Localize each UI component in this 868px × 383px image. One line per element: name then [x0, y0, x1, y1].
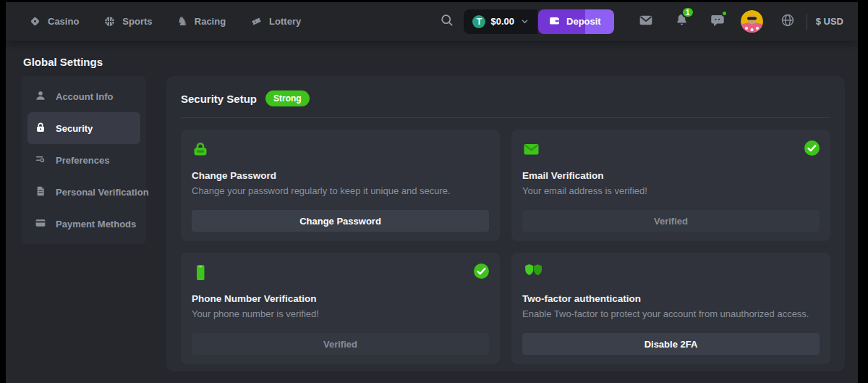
- security-panel: Security Setup Strong Change Password Ch…: [166, 76, 845, 371]
- sidebar-item-label: Payment Methods: [56, 219, 136, 230]
- card-email-verification: Email Verification Your email address is…: [511, 130, 830, 241]
- globe-icon: [780, 13, 795, 30]
- card-title: Two-factor authentication: [522, 293, 820, 304]
- sidebar-item-personal-verification[interactable]: Personal Verification: [27, 176, 140, 208]
- primary-nav: Casino Sports ♞ Racing Lottery: [29, 15, 301, 28]
- card-top: [192, 264, 489, 284]
- tether-icon: T: [472, 15, 485, 28]
- sidebar-item-security[interactable]: Security: [27, 112, 140, 144]
- balance-dropdown[interactable]: T $0.00: [464, 9, 537, 34]
- nav-item-casino[interactable]: Casino: [29, 15, 79, 28]
- casino-icon: [29, 15, 41, 28]
- card-title: Change Password: [192, 170, 489, 181]
- header-divider: [181, 117, 830, 118]
- envelope-icon: [522, 140, 540, 161]
- lottery-icon: [250, 15, 263, 28]
- chevron-down-icon: [521, 17, 529, 25]
- card-title: Email Verification: [522, 170, 820, 181]
- wallet-controls: T $0.00 Deposit: [464, 9, 613, 34]
- card-change-password: Change Password Change your password reg…: [181, 130, 500, 241]
- sidebar-item-label: Preferences: [56, 155, 109, 166]
- search-button[interactable]: [440, 13, 454, 30]
- nav-label: Racing: [195, 16, 226, 27]
- card-two-factor: Two-factor authentication Enable Two-fac…: [511, 253, 830, 364]
- card-top: [522, 140, 820, 161]
- nav-item-racing[interactable]: ♞ Racing: [177, 15, 226, 28]
- card-description: Your email address is verified!: [522, 185, 820, 196]
- notification-count-badge: 1: [681, 7, 694, 18]
- navbar-divider: [807, 14, 807, 30]
- sidebar-item-label: Personal Verification: [56, 187, 149, 198]
- page-title: Global Settings: [23, 56, 103, 68]
- app-window: Casino Sports ♞ Racing Lottery: [6, 2, 858, 383]
- nav-item-lottery[interactable]: Lottery: [250, 15, 301, 28]
- card-description: Change your password regularly to keep i…: [192, 185, 489, 196]
- security-cards: Change Password Change your password reg…: [181, 130, 830, 364]
- email-verified-button[interactable]: Verified: [522, 210, 820, 232]
- navbar-right: T $0.00 Deposit: [440, 9, 843, 34]
- top-navbar: Casino Sports ♞ Racing Lottery: [6, 2, 858, 41]
- nav-label: Lottery: [269, 16, 301, 27]
- user-icon: [35, 90, 46, 104]
- balance-amount: $0.00: [490, 16, 514, 27]
- sidebar-item-label: Security: [56, 123, 93, 134]
- card-description: Your phone number is verified!: [192, 308, 489, 319]
- sidebar-item-payment-methods[interactable]: Payment Methods: [27, 208, 140, 240]
- wallet-icon: [548, 14, 561, 29]
- sliders-icon: [35, 153, 46, 167]
- avatar[interactable]: [741, 10, 763, 33]
- panel-header: Security Setup Strong: [181, 91, 830, 106]
- nav-label: Sports: [122, 16, 152, 27]
- shield-icon: [522, 264, 542, 285]
- racing-icon: ♞: [177, 15, 188, 28]
- change-password-button[interactable]: Change Password: [192, 210, 489, 232]
- nav-item-sports[interactable]: Sports: [103, 15, 152, 28]
- card-title: Phone Number Verification: [192, 293, 489, 304]
- padlock-icon: [192, 140, 209, 161]
- card-phone-verification: Phone Number Verification Your phone num…: [181, 253, 500, 364]
- notifications-button[interactable]: 1: [675, 13, 689, 30]
- panel-title: Security Setup: [181, 93, 257, 105]
- smartphone-icon: [192, 264, 209, 285]
- mail-icon: [639, 13, 653, 30]
- credit-card-icon: [35, 217, 46, 231]
- verified-check-icon: [474, 264, 489, 282]
- search-icon: [440, 13, 454, 30]
- deposit-label: Deposit: [566, 16, 601, 27]
- sidebar-item-preferences[interactable]: Preferences: [27, 144, 140, 176]
- card-top: [522, 264, 820, 284]
- strength-badge: Strong: [265, 91, 310, 106]
- deposit-button[interactable]: Deposit: [538, 9, 614, 34]
- sports-icon: [103, 15, 116, 28]
- language-button[interactable]: [780, 13, 795, 30]
- verified-check-icon: [804, 140, 820, 159]
- card-top: [192, 140, 489, 161]
- card-description: Enable Two-factor to protect your accoun…: [522, 308, 820, 319]
- chat-button[interactable]: [710, 13, 725, 30]
- document-icon: [35, 185, 46, 199]
- sidebar-item-label: Account Info: [56, 91, 113, 102]
- inbox-button[interactable]: [639, 13, 653, 30]
- currency-selector[interactable]: $ USD: [816, 16, 843, 27]
- phone-verified-button[interactable]: Verified: [192, 333, 489, 355]
- lock-icon: [35, 122, 46, 135]
- settings-sidebar: Account Info Security Preferences Person…: [22, 76, 146, 244]
- sidebar-item-account-info[interactable]: Account Info: [27, 80, 140, 112]
- chat-status-dot: [721, 10, 728, 17]
- disable-2fa-button[interactable]: Disable 2FA: [522, 333, 820, 355]
- nav-label: Casino: [48, 16, 79, 27]
